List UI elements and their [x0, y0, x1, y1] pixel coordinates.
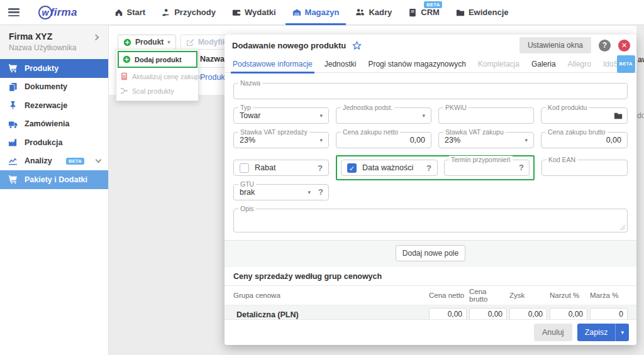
- nav-item-ewidencje[interactable]: Ewidencje: [448, 0, 517, 25]
- nav-item-crm[interactable]: BETA CRM: [400, 0, 448, 25]
- menu-item-dodaj-produkt[interactable]: Dodaj produkt: [118, 51, 197, 68]
- menu-item-label: Scal produkty: [132, 87, 174, 95]
- home-icon: [114, 8, 123, 17]
- cart-icon: [8, 63, 18, 73]
- help-icon[interactable]: ?: [599, 40, 611, 52]
- vat-sprzedazy-label: Stawka VAT sprzedaży: [238, 128, 309, 136]
- nav-label: Wydatki: [245, 8, 276, 17]
- hamburger-menu-icon[interactable]: [8, 8, 19, 16]
- termin-przypomnien-field[interactable]: Termin przypomnień ?: [444, 160, 530, 176]
- opis-textarea[interactable]: Opis: [233, 209, 628, 232]
- sidebar-item-dokumenty[interactable]: Dokumenty: [0, 78, 108, 97]
- cena-brutto-label: Cena zakupu brutto: [546, 128, 608, 136]
- col-grupa-cenowa: Grupa cenowa: [233, 292, 426, 299]
- sidebar-item-rezerwacje[interactable]: Rezerwacje: [0, 96, 108, 115]
- tab-progi-stanow[interactable]: Progi stanów magazynowych: [368, 56, 465, 73]
- sidebar-item-pakiety-i-dodatki[interactable]: Pakiety i Dodatki: [0, 170, 108, 189]
- gtu-select[interactable]: GTU brak ▾ ?: [233, 184, 329, 200]
- prices-section-title: Ceny sprzedaży według grup cenowych: [225, 267, 636, 286]
- kod-produktu-field[interactable]: Kod produktu: [541, 107, 628, 124]
- sidebar-item-label: Pakiety i Dodatki: [25, 175, 87, 184]
- narzut-input[interactable]: 0,00: [550, 308, 587, 319]
- cena-zakupu-netto-field[interactable]: Cena zakupu netto 0,00: [336, 132, 431, 148]
- rabat-checkbox[interactable]: [240, 163, 249, 173]
- sidebar-item-label: Rezerwacje: [25, 101, 67, 110]
- sidebar-item-analizy[interactable]: Analizy BETA: [0, 152, 108, 171]
- col-cena-brutto: Cena brutto: [469, 288, 507, 303]
- help-question-icon[interactable]: ?: [318, 163, 323, 173]
- help-question-icon[interactable]: ?: [519, 160, 524, 175]
- col-cena-netto: Cena netto: [429, 292, 467, 299]
- pencil-square-icon: [186, 38, 194, 46]
- tab-jednostki[interactable]: Jednostki: [325, 56, 357, 73]
- modal-body: Nazwa Typ Towar ▾ Jednostka podst. ▾ PKW…: [225, 73, 636, 319]
- chevron-down-icon[interactable]: [96, 157, 102, 163]
- add-product-modal: Dodawanie nowego produktu Ustawienia okn…: [225, 35, 636, 345]
- tab-allegro[interactable]: Allegro: [568, 56, 591, 73]
- favorite-star-icon[interactable]: [352, 41, 362, 50]
- sidebar-item-produkcja[interactable]: Produkcja: [0, 133, 108, 152]
- price-group-name: Detaliczna (PLN): [233, 310, 426, 319]
- sidebar-company-header[interactable]: Firma XYZ Nazwa Użytkownika: [0, 25, 108, 59]
- nav-item-wydatki[interactable]: Wydatki: [224, 0, 284, 25]
- help-question-icon[interactable]: ?: [318, 185, 323, 200]
- data-waznosci-checkbox[interactable]: ✓: [347, 163, 357, 173]
- menu-item-aktualizuj-cene-zakupu[interactable]: Aktualizuj cenę zakupu: [116, 69, 198, 84]
- sidebar-item-zamowienia[interactable]: Zamówienia: [0, 115, 108, 134]
- clipped-column-text: aw: [638, 55, 644, 64]
- folder-icon[interactable]: [614, 111, 623, 120]
- rabat-checkbox-box[interactable]: Rabat ?: [233, 160, 329, 176]
- plus-circle-icon: [123, 38, 131, 46]
- data-waznosci-label: Data ważności: [362, 163, 413, 172]
- tab-idosell[interactable]: IdoSell BETA: [603, 56, 626, 73]
- cena-brutto-input[interactable]: 0,00: [469, 308, 507, 319]
- wfirma-logo[interactable]: wfirma: [38, 6, 77, 19]
- window-settings-button[interactable]: Ustawienia okna: [519, 37, 591, 53]
- kod-ean-field[interactable]: Kod EAN: [541, 160, 628, 176]
- nav-item-kadry[interactable]: Kadry: [347, 0, 400, 25]
- documents-icon: [8, 82, 18, 92]
- termin-label: Termin przypomnień: [449, 156, 513, 163]
- vat-sprzedazy-select[interactable]: Stawka VAT sprzedaży 23% ▾: [233, 132, 329, 148]
- cancel-button[interactable]: Anuluj: [534, 324, 572, 341]
- jednostka-select[interactable]: Jednostka podst. ▾: [336, 107, 431, 124]
- nav-item-magazyn[interactable]: Magazyn: [284, 0, 348, 25]
- nav-label: Ewidencje: [469, 8, 509, 17]
- produkt-dropdown-menu: Dodaj produkt Aktualizuj cenę zakupu Sca…: [116, 49, 199, 101]
- nav-item-start[interactable]: Start: [106, 0, 154, 25]
- add-new-field-button[interactable]: Dodaj nowe pole: [396, 245, 465, 261]
- merge-icon: [120, 87, 128, 95]
- save-split-button[interactable]: Zapisz ▾: [577, 324, 629, 341]
- tab-galeria[interactable]: Galeria: [531, 56, 556, 73]
- menu-item-label: Aktualizuj cenę zakupu: [132, 73, 203, 80]
- cena-zakupu-brutto-field[interactable]: Cena zakupu brutto 0,00: [541, 132, 628, 148]
- nazwa-label: Nazwa: [238, 79, 262, 87]
- people-icon: [355, 8, 365, 17]
- cena-netto-input[interactable]: 0,00: [429, 308, 467, 319]
- logo-text: firma: [50, 6, 77, 19]
- calculator-icon: [120, 72, 128, 80]
- nav-item-przychody[interactable]: Przychody: [153, 0, 224, 25]
- expiry-highlight-box: ✓ Data ważności ? Termin przypomnień ?: [336, 155, 535, 180]
- zysk-input[interactable]: 0,00: [509, 308, 547, 319]
- modal-header-actions: Ustawienia okna ? ✕: [519, 37, 630, 53]
- kod-produktu-label: Kod produktu: [546, 104, 589, 111]
- data-waznosci-checkbox-box[interactable]: ✓ Data ważności ?: [341, 160, 438, 176]
- vat-zakupu-select[interactable]: Stawka VAT zakupu 23% ▾: [438, 132, 534, 148]
- menu-item-scal-produkty[interactable]: Scal produkty: [116, 84, 198, 98]
- caret-down-icon: ▾: [167, 39, 170, 45]
- caret-down-icon[interactable]: ▾: [616, 324, 629, 341]
- sidebar-item-produkty[interactable]: Produkty: [0, 59, 108, 78]
- marza-input[interactable]: 0: [590, 308, 628, 319]
- nazwa-field[interactable]: Nazwa: [233, 83, 628, 99]
- save-button-label: Zapisz: [577, 324, 616, 341]
- help-question-icon[interactable]: ?: [426, 163, 431, 173]
- tab-kompletacja[interactable]: Kompletacja: [478, 56, 519, 73]
- modal-header: Dodawanie nowego produktu Ustawienia okn…: [225, 35, 636, 56]
- typ-select[interactable]: Typ Towar ▾: [233, 107, 329, 124]
- produkt-dropdown-button[interactable]: Produkt ▾: [118, 35, 176, 50]
- close-icon[interactable]: ✕: [618, 40, 630, 52]
- pkwiu-field[interactable]: PKWiU: [438, 107, 534, 124]
- income-hand-icon: [162, 8, 170, 17]
- tab-podstawowe-informacje[interactable]: Podstawowe informacje: [233, 56, 313, 73]
